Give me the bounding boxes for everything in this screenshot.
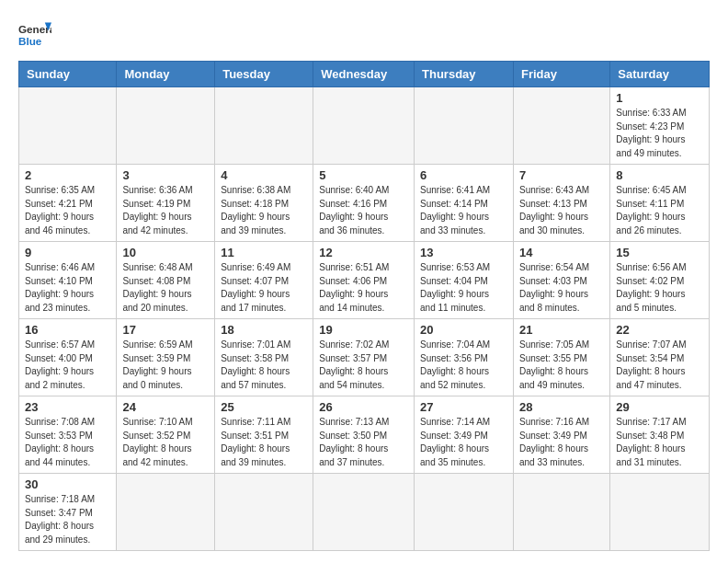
empty-cell — [215, 474, 313, 551]
day-cell: 5Sunrise: 6:40 AM Sunset: 4:16 PM Daylig… — [313, 165, 415, 242]
calendar: SundayMondayTuesdayWednesdayThursdayFrid… — [18, 61, 710, 551]
day-cell: 14Sunrise: 6:54 AM Sunset: 4:03 PM Dayli… — [513, 242, 609, 319]
day-cell: 11Sunrise: 6:49 AM Sunset: 4:07 PM Dayli… — [215, 242, 313, 319]
day-info: Sunrise: 6:48 AM Sunset: 4:08 PM Dayligh… — [122, 261, 209, 315]
day-number: 25 — [221, 400, 307, 414]
weekday-header-saturday: Saturday — [610, 62, 710, 87]
day-cell: 2Sunrise: 6:35 AM Sunset: 4:21 PM Daylig… — [19, 165, 117, 242]
day-info: Sunrise: 7:08 AM Sunset: 3:53 PM Dayligh… — [25, 416, 110, 469]
day-cell: 27Sunrise: 7:14 AM Sunset: 3:49 PM Dayli… — [415, 396, 514, 474]
day-number: 10 — [122, 246, 209, 259]
day-info: Sunrise: 6:43 AM Sunset: 4:13 PM Dayligh… — [519, 184, 604, 237]
day-info: Sunrise: 7:14 AM Sunset: 3:49 PM Dayligh… — [420, 416, 507, 469]
day-info: Sunrise: 6:54 AM Sunset: 4:03 PM Dayligh… — [519, 261, 604, 315]
day-number: 15 — [616, 246, 703, 259]
day-info: Sunrise: 7:10 AM Sunset: 3:52 PM Dayligh… — [122, 416, 209, 469]
day-cell: 3Sunrise: 6:36 AM Sunset: 4:19 PM Daylig… — [117, 165, 215, 242]
day-cell: 24Sunrise: 7:10 AM Sunset: 3:52 PM Dayli… — [117, 396, 215, 474]
day-number: 27 — [420, 400, 507, 414]
calendar-row: 16Sunrise: 6:57 AM Sunset: 4:00 PM Dayli… — [19, 319, 710, 396]
day-number: 4 — [221, 168, 307, 182]
weekday-header-monday: Monday — [117, 62, 215, 87]
day-cell: 23Sunrise: 7:08 AM Sunset: 3:53 PM Dayli… — [19, 396, 117, 474]
logo-icon: General Blue — [18, 18, 51, 52]
day-cell — [117, 87, 215, 165]
day-cell: 1Sunrise: 6:33 AM Sunset: 4:23 PM Daylig… — [610, 87, 710, 165]
day-cell — [513, 87, 609, 165]
day-info: Sunrise: 7:13 AM Sunset: 3:50 PM Dayligh… — [319, 416, 408, 469]
day-number: 9 — [25, 246, 110, 259]
weekday-header-wednesday: Wednesday — [313, 62, 415, 87]
day-cell: 8Sunrise: 6:45 AM Sunset: 4:11 PM Daylig… — [610, 165, 710, 242]
weekday-header-thursday: Thursday — [415, 62, 514, 87]
day-number: 3 — [122, 168, 209, 182]
empty-cell — [513, 474, 609, 551]
day-number: 20 — [420, 323, 507, 337]
day-cell: 12Sunrise: 6:51 AM Sunset: 4:06 PM Dayli… — [313, 242, 415, 319]
day-cell — [215, 87, 313, 165]
day-number: 18 — [221, 323, 307, 337]
logo: General Blue — [18, 18, 51, 52]
weekday-header-row: SundayMondayTuesdayWednesdayThursdayFrid… — [19, 62, 710, 87]
day-info: Sunrise: 6:36 AM Sunset: 4:19 PM Dayligh… — [122, 184, 209, 237]
weekday-header-friday: Friday — [513, 62, 609, 87]
day-number: 5 — [319, 168, 408, 182]
calendar-row: 2Sunrise: 6:35 AM Sunset: 4:21 PM Daylig… — [19, 165, 710, 242]
day-cell — [415, 87, 514, 165]
day-number: 8 — [616, 168, 703, 182]
day-cell: 4Sunrise: 6:38 AM Sunset: 4:18 PM Daylig… — [215, 165, 313, 242]
empty-cell — [117, 474, 215, 551]
day-number: 28 — [519, 400, 604, 414]
day-number: 2 — [25, 168, 110, 182]
day-number: 19 — [319, 323, 408, 337]
day-number: 30 — [25, 477, 110, 491]
empty-cell — [415, 474, 514, 551]
day-info: Sunrise: 6:51 AM Sunset: 4:06 PM Dayligh… — [319, 261, 408, 315]
empty-cell — [610, 474, 710, 551]
day-number: 26 — [319, 400, 408, 414]
day-info: Sunrise: 7:02 AM Sunset: 3:57 PM Dayligh… — [319, 339, 408, 392]
day-cell: 19Sunrise: 7:02 AM Sunset: 3:57 PM Dayli… — [313, 319, 415, 396]
day-cell — [313, 87, 415, 165]
day-number: 1 — [616, 91, 703, 105]
weekday-header-tuesday: Tuesday — [215, 62, 313, 87]
day-info: Sunrise: 7:01 AM Sunset: 3:58 PM Dayligh… — [221, 339, 307, 392]
day-cell — [19, 87, 117, 165]
svg-text:Blue: Blue — [18, 35, 42, 47]
day-info: Sunrise: 6:53 AM Sunset: 4:04 PM Dayligh… — [420, 261, 507, 315]
day-cell: 21Sunrise: 7:05 AM Sunset: 3:55 PM Dayli… — [513, 319, 609, 396]
weekday-header-sunday: Sunday — [19, 62, 117, 87]
day-info: Sunrise: 6:38 AM Sunset: 4:18 PM Dayligh… — [221, 184, 307, 237]
day-number: 14 — [519, 246, 604, 259]
calendar-row: 30Sunrise: 7:18 AM Sunset: 3:47 PM Dayli… — [19, 474, 710, 551]
day-cell: 18Sunrise: 7:01 AM Sunset: 3:58 PM Dayli… — [215, 319, 313, 396]
day-info: Sunrise: 6:56 AM Sunset: 4:02 PM Dayligh… — [616, 261, 703, 315]
calendar-row: 23Sunrise: 7:08 AM Sunset: 3:53 PM Dayli… — [19, 396, 710, 474]
day-info: Sunrise: 6:35 AM Sunset: 4:21 PM Dayligh… — [25, 184, 110, 237]
calendar-row: 1Sunrise: 6:33 AM Sunset: 4:23 PM Daylig… — [19, 87, 710, 165]
day-cell: 25Sunrise: 7:11 AM Sunset: 3:51 PM Dayli… — [215, 396, 313, 474]
day-info: Sunrise: 7:07 AM Sunset: 3:54 PM Dayligh… — [616, 339, 703, 392]
day-info: Sunrise: 6:33 AM Sunset: 4:23 PM Dayligh… — [616, 107, 703, 160]
day-number: 16 — [25, 323, 110, 337]
day-cell: 13Sunrise: 6:53 AM Sunset: 4:04 PM Dayli… — [415, 242, 514, 319]
day-number: 17 — [122, 323, 209, 337]
day-info: Sunrise: 7:17 AM Sunset: 3:48 PM Dayligh… — [616, 416, 703, 469]
day-number: 6 — [420, 168, 507, 182]
empty-cell — [313, 474, 415, 551]
day-number: 11 — [221, 246, 307, 259]
day-cell: 29Sunrise: 7:17 AM Sunset: 3:48 PM Dayli… — [610, 396, 710, 474]
day-info: Sunrise: 7:05 AM Sunset: 3:55 PM Dayligh… — [519, 339, 604, 392]
day-cell: 20Sunrise: 7:04 AM Sunset: 3:56 PM Dayli… — [415, 319, 514, 396]
day-info: Sunrise: 6:41 AM Sunset: 4:14 PM Dayligh… — [420, 184, 507, 237]
day-cell: 9Sunrise: 6:46 AM Sunset: 4:10 PM Daylig… — [19, 242, 117, 319]
day-cell: 7Sunrise: 6:43 AM Sunset: 4:13 PM Daylig… — [513, 165, 609, 242]
day-cell: 10Sunrise: 6:48 AM Sunset: 4:08 PM Dayli… — [117, 242, 215, 319]
day-number: 29 — [616, 400, 703, 414]
day-number: 24 — [122, 400, 209, 414]
day-info: Sunrise: 7:11 AM Sunset: 3:51 PM Dayligh… — [221, 416, 307, 469]
day-cell: 17Sunrise: 6:59 AM Sunset: 3:59 PM Dayli… — [117, 319, 215, 396]
day-cell: 6Sunrise: 6:41 AM Sunset: 4:14 PM Daylig… — [415, 165, 514, 242]
day-number: 13 — [420, 246, 507, 259]
day-info: Sunrise: 7:16 AM Sunset: 3:49 PM Dayligh… — [519, 416, 604, 469]
